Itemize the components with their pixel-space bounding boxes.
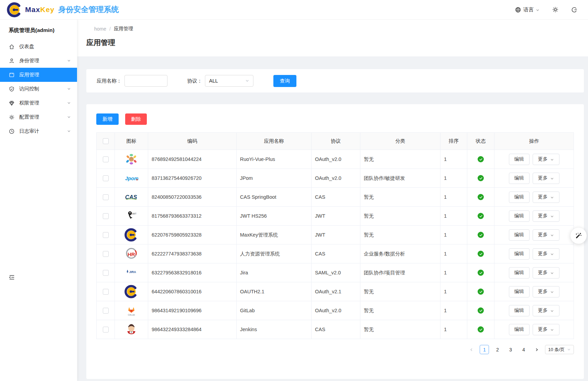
app-protocol: OAuth_v2.0 (312, 301, 360, 320)
maxkey-icon (115, 228, 148, 242)
logout-button[interactable] (571, 7, 578, 13)
clock-icon (9, 128, 15, 134)
app-code: 876892492581044224 (148, 150, 237, 169)
delete-button[interactable]: 删除 (125, 113, 147, 125)
add-button[interactable]: 新增 (96, 113, 119, 125)
sidebar-item-identity[interactable]: 身份管理 (0, 54, 77, 68)
svg-text:Jpom: Jpom (125, 176, 138, 181)
sidebar-item-config[interactable]: 配置管理 (0, 110, 77, 124)
chevron-down-icon (550, 177, 554, 181)
prev-page-button[interactable] (467, 345, 476, 354)
svg-text:GitLab: GitLab (128, 314, 135, 316)
row-checkbox[interactable] (103, 194, 109, 200)
edit-button[interactable]: 编辑 (509, 267, 530, 279)
page-button-3[interactable]: 3 (506, 345, 515, 354)
status-enabled-badge (478, 326, 484, 333)
table-row: 986432249333284864 Jenkins CAS 暂无 1 编辑 更… (97, 320, 574, 339)
sidebar-item-access[interactable]: 访问控制 (0, 82, 77, 96)
app-name-input[interactable] (124, 75, 167, 87)
app-name: 人力资源管理系统 (237, 244, 312, 263)
more-button[interactable]: 更多 (533, 248, 559, 260)
status-enabled-badge (478, 213, 484, 219)
row-checkbox[interactable] (103, 308, 109, 314)
col-code: 编码 (148, 133, 237, 150)
edit-button[interactable]: 编辑 (509, 210, 530, 222)
breadcrumb-home-link[interactable]: home (94, 26, 106, 32)
brand-name-secondary: Key (40, 6, 55, 14)
settings-button[interactable] (552, 6, 559, 13)
app-code: 824008507220033536 (148, 188, 237, 207)
sidebar-item-permission[interactable]: 权限管理 (0, 96, 77, 110)
app-sort: 1 (440, 320, 467, 339)
page-button-2[interactable]: 2 (493, 345, 502, 354)
edit-button[interactable]: 编辑 (509, 229, 530, 241)
page-button-1[interactable]: 1 (480, 345, 489, 354)
more-button[interactable]: 更多 (533, 210, 559, 222)
next-page-button[interactable] (532, 345, 541, 354)
page-button-4[interactable]: 4 (519, 345, 528, 354)
row-checkbox[interactable] (103, 270, 109, 276)
app-code: 622076759805923328 (148, 226, 237, 244)
gitlab-icon: GitLab (115, 304, 148, 317)
col-icon: 图标 (115, 133, 148, 150)
jwt-icon: JWT (115, 209, 148, 223)
table-toolbar: 新增 删除 (96, 113, 574, 125)
more-button[interactable]: 更多 (533, 173, 559, 184)
more-button[interactable]: 更多 (533, 286, 559, 297)
edit-button[interactable]: 编辑 (509, 305, 530, 316)
collapse-menu-icon (9, 274, 15, 281)
edit-button[interactable]: 编辑 (509, 286, 530, 297)
chevron-down-icon (567, 348, 571, 351)
row-checkbox[interactable] (103, 232, 109, 238)
app-name: RuoYi-Vue-Plus (237, 150, 312, 169)
language-menu[interactable]: 语言 (515, 7, 540, 13)
edit-button[interactable]: 编辑 (509, 324, 530, 335)
chevron-down-icon (550, 215, 554, 218)
edit-button[interactable]: 编辑 (509, 248, 530, 260)
gear-icon (9, 114, 15, 120)
edit-button[interactable]: 编辑 (509, 154, 530, 165)
row-checkbox[interactable] (103, 156, 109, 162)
more-button[interactable]: 更多 (533, 305, 559, 316)
jpom-icon: Jpom (115, 171, 148, 185)
current-user-label: 系统管理员(admin) (0, 20, 77, 36)
row-checkbox[interactable] (103, 175, 109, 181)
more-button[interactable]: 更多 (533, 192, 559, 203)
chevron-down-icon (550, 328, 554, 332)
more-button[interactable]: 更多 (533, 229, 559, 241)
edit-button[interactable]: 编辑 (509, 173, 530, 184)
svg-text:HR: HR (128, 251, 135, 257)
edit-button[interactable]: 编辑 (509, 192, 530, 203)
sidebar-item-audit[interactable]: 日志审计 (0, 124, 77, 138)
sidebar-item-label: 日志审计 (19, 128, 67, 134)
more-button[interactable]: 更多 (533, 267, 559, 279)
page-size-select[interactable]: 10 条/页 (545, 345, 574, 354)
row-checkbox[interactable] (103, 251, 109, 257)
filter-bar: 应用名称： 协议： ALL 查询 (86, 69, 584, 92)
row-checkbox[interactable] (103, 213, 109, 219)
sidebar-item-label: 配置管理 (19, 114, 67, 120)
row-checkbox[interactable] (103, 327, 109, 333)
row-checkbox[interactable] (103, 289, 109, 295)
select-all-checkbox[interactable] (103, 138, 109, 144)
more-button[interactable]: 更多 (533, 154, 559, 165)
sidebar-item-label: 仪表盘 (19, 43, 67, 50)
protocol-select-value: ALL (209, 78, 218, 84)
search-button[interactable]: 查询 (273, 75, 296, 87)
pagination: 1234 10 条/页 (96, 345, 574, 354)
app-protocol: OAuth_v2.0 (312, 150, 360, 169)
protocol-select[interactable]: ALL (205, 75, 253, 87)
app-code: 632279563832918016 (148, 263, 237, 282)
app-code: 644220607860310016 (148, 282, 237, 301)
brand: Max Key 身份安全管理系统 (7, 2, 119, 18)
sidebar-item-label: 访问控制 (19, 86, 67, 92)
sidebar-item-apps[interactable]: 应用管理 (0, 68, 77, 82)
app-category: 暂无 (360, 226, 440, 244)
sidebar-item-dashboard[interactable]: 仪表盘 (0, 40, 77, 54)
more-button[interactable]: 更多 (533, 324, 559, 335)
app-sort: 1 (440, 244, 467, 263)
app-code: 837136275440926720 (148, 169, 237, 188)
magic-wand-fab[interactable] (570, 228, 587, 244)
maxkey-logo-icon (7, 2, 22, 18)
sidebar-collapse-button[interactable] (9, 274, 15, 281)
